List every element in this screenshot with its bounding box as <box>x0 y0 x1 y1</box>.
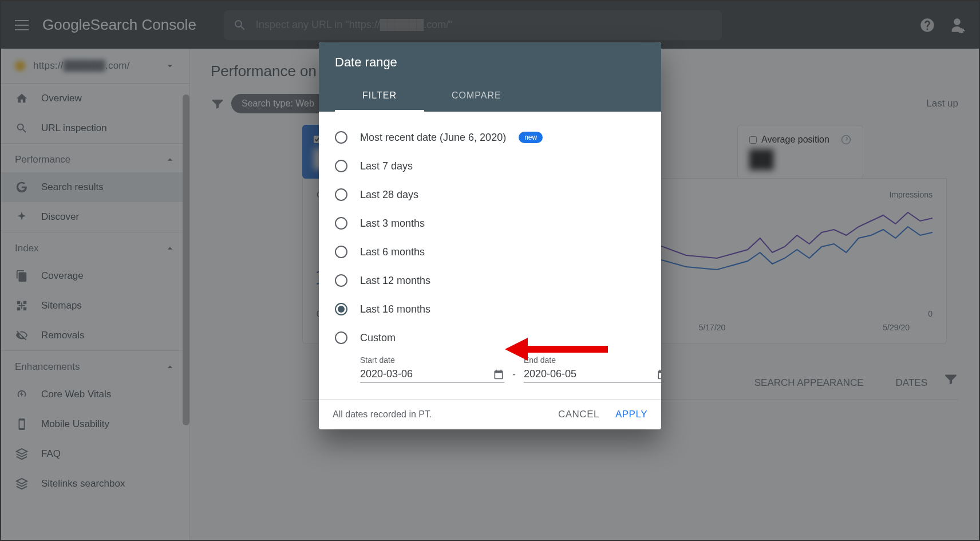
radio-label: Last 16 months <box>360 303 430 315</box>
modal-footer: All dates recorded in PT. CANCEL APPLY <box>319 399 661 429</box>
radio-label: Last 6 months <box>360 246 425 258</box>
end-date-input[interactable] <box>524 368 657 380</box>
modal-title: Date range <box>335 55 645 70</box>
radio-6-months[interactable]: Last 6 months <box>335 238 645 266</box>
radio-most-recent[interactable]: Most recent date (June 6, 2020) new <box>335 123 645 152</box>
start-date-field[interactable]: Start date <box>360 356 504 383</box>
calendar-icon[interactable] <box>657 369 661 380</box>
radio-7-days[interactable]: Last 7 days <box>335 152 645 180</box>
date-label: Start date <box>360 356 504 365</box>
modal-tab-compare[interactable]: COMPARE <box>424 81 529 112</box>
radio-icon <box>335 217 347 230</box>
radio-12-months[interactable]: Last 12 months <box>335 266 645 295</box>
modal-overlay[interactable]: Date range FILTER COMPARE Most recent da… <box>1 1 979 540</box>
svg-marker-2 <box>505 338 528 361</box>
radio-icon-checked <box>335 303 347 315</box>
date-range-modal: Date range FILTER COMPARE Most recent da… <box>319 42 661 429</box>
radio-label: Most recent date (June 6, 2020) <box>360 132 506 144</box>
radio-icon <box>335 160 347 172</box>
radio-28-days[interactable]: Last 28 days <box>335 180 645 209</box>
annotation-arrow <box>505 335 608 364</box>
start-date-input[interactable] <box>360 368 493 380</box>
radio-label: Last 12 months <box>360 275 430 287</box>
cancel-button[interactable]: CANCEL <box>558 409 599 420</box>
radio-icon <box>335 274 347 287</box>
apply-button[interactable]: APPLY <box>615 409 647 420</box>
modal-tab-filter[interactable]: FILTER <box>335 81 424 112</box>
radio-icon <box>335 246 347 258</box>
date-range-dash: - <box>512 369 516 381</box>
radio-icon <box>335 188 347 201</box>
radio-label: Custom <box>360 332 396 344</box>
radio-label: Last 7 days <box>360 160 413 172</box>
radio-label: Last 28 days <box>360 189 418 201</box>
calendar-icon[interactable] <box>493 369 504 380</box>
radio-icon <box>335 331 347 344</box>
radio-3-months[interactable]: Last 3 months <box>335 209 645 238</box>
modal-header: Date range FILTER COMPARE <box>319 42 661 112</box>
modal-body: Most recent date (June 6, 2020) new Last… <box>319 112 661 399</box>
new-badge: new <box>519 132 543 143</box>
radio-label: Last 3 months <box>360 218 425 230</box>
radio-16-months[interactable]: Last 16 months <box>335 295 645 323</box>
footer-note: All dates recorded in PT. <box>333 409 432 420</box>
radio-icon <box>335 131 347 144</box>
